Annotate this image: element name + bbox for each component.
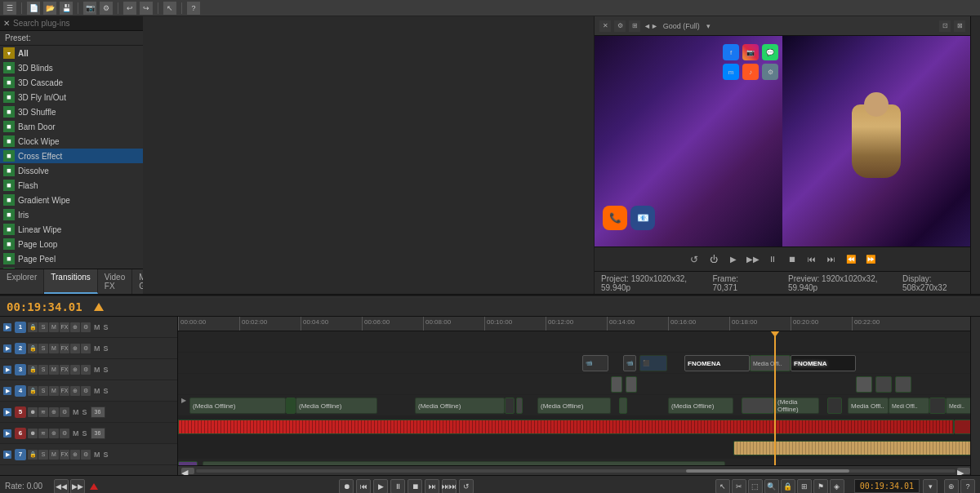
track-expand-1[interactable]: ▶ <box>3 323 11 331</box>
power-icon[interactable]: ⏻ <box>707 253 720 266</box>
plugin-item-clock-wipe[interactable]: ◼ Clock Wipe <box>0 134 143 149</box>
track-mute-1[interactable]: M <box>49 322 59 332</box>
clip-t2-3[interactable]: ⬛ <box>639 355 667 371</box>
clip-t4-s1[interactable] <box>827 398 842 414</box>
clip-t2-2[interactable]: 📹 <box>623 355 636 371</box>
save-icon[interactable]: 💾 <box>60 2 73 15</box>
snap-tool[interactable]: ⊞ <box>797 479 812 494</box>
marker-tool[interactable]: ◈ <box>830 479 844 494</box>
lock-tool[interactable]: 🔒 <box>781 479 795 494</box>
clip-t6-audio[interactable] <box>733 441 970 455</box>
track-lock-7[interactable]: 🔒 <box>28 450 38 460</box>
scroll-left-btn[interactable]: ◀ <box>181 468 194 474</box>
track-vol-6[interactable]: ≋ <box>38 429 48 438</box>
pause-icon[interactable]: ⏸ <box>766 253 779 266</box>
prev-frame-icon[interactable]: ⏮ <box>805 253 818 266</box>
track-lane-6[interactable] <box>178 437 970 459</box>
capture-icon[interactable]: 📷 <box>83 2 96 15</box>
clip-t4-8[interactable]: Medi Offl.. <box>889 398 929 414</box>
split-view-icon[interactable]: ⊞ <box>629 20 640 32</box>
skip-back-icon[interactable]: ⏪ <box>844 253 858 266</box>
track-composite-1[interactable]: ⊕ <box>70 322 80 332</box>
track-composite-3[interactable]: ⊕ <box>70 365 80 375</box>
track-fx-3[interactable]: FX <box>60 365 69 375</box>
transport-record[interactable]: ⏺ <box>339 479 354 494</box>
transport-play[interactable]: ▶ <box>373 479 388 494</box>
plugin-item-gradient-wipe[interactable]: ◼ Gradient Wipe <box>0 193 143 207</box>
clip-t2-nama2[interactable]: FNOMENA <box>791 355 856 371</box>
track-lane-7[interactable]: (Media Offline) <box>178 459 970 465</box>
plugin-item-dissolve[interactable]: ◼ Dissolve <box>0 163 143 178</box>
scroll-right-btn[interactable]: ▶▶ <box>70 479 85 494</box>
track-expand-2[interactable]: ▶ <box>3 344 11 353</box>
scroll-right-btn[interactable]: ▶ <box>957 468 970 474</box>
plugin-item-cross-effect[interactable]: ◼ Cross Effect <box>0 149 143 163</box>
clip-t4-5[interactable]: (Media Offline) <box>668 398 733 414</box>
clip-t7-media[interactable]: (Media Offline) <box>203 461 725 465</box>
edit-tool[interactable]: ✂ <box>732 479 746 494</box>
plugin-item-page-peel[interactable]: ◼ Page Peel <box>0 251 143 266</box>
timeline-scrollbar[interactable]: ◀ ▶ <box>178 465 970 475</box>
plugin-item-3d-cascade[interactable]: ◼ 3D Cascade <box>0 75 143 90</box>
transport-next[interactable]: ⏭ <box>425 479 439 494</box>
track-solo-1[interactable]: S <box>38 322 48 332</box>
preview-dock-icon[interactable]: ⊡ <box>939 20 951 32</box>
clip-t4-mid1[interactable] <box>742 398 774 414</box>
track-expand-3[interactable]: ▶ <box>3 366 11 374</box>
tab-video-fx[interactable]: Video FX <box>98 269 132 294</box>
track-solo-2[interactable]: S <box>38 344 48 353</box>
clip-t5-audio-end[interactable] <box>954 420 970 434</box>
plugin-item-linear-wipe[interactable]: ◼ Linear Wipe <box>0 222 143 237</box>
clip-t5-audio[interactable] <box>178 420 954 434</box>
preview-fullscreen-icon[interactable]: ⊠ <box>954 20 965 32</box>
clip-t4-1[interactable]: (Media Offline) <box>189 398 286 414</box>
close-preview-icon[interactable]: ✕ <box>599 20 611 32</box>
close-icon[interactable]: ✕ <box>3 19 10 28</box>
track-lane-3[interactable] <box>178 374 970 395</box>
skip-fwd-icon[interactable]: ⏩ <box>864 253 877 266</box>
track-record-6[interactable]: ⏺ <box>28 429 38 438</box>
track-lock-3[interactable]: 🔒 <box>28 365 38 375</box>
plugin-item-3d-shuffle[interactable]: ◼ 3D Shuffle <box>0 104 143 119</box>
track-settings-3[interactable]: ⚙ <box>81 365 91 375</box>
clip-t4-small2[interactable] <box>516 398 523 414</box>
plugin-item-3d-fly[interactable]: ◼ 3D Fly In/Out <box>0 90 143 104</box>
track-lane-1[interactable] <box>178 331 970 353</box>
tab-transitions[interactable]: Transitions <box>44 269 98 294</box>
redo-icon[interactable]: ↪ <box>140 2 153 15</box>
clip-t3-5[interactable] <box>895 376 911 393</box>
transport-pause[interactable]: ⏸ <box>390 479 405 494</box>
clip-t2-media1[interactable]: Media Offl.. <box>750 355 791 371</box>
flag-tool[interactable]: ⚑ <box>813 479 828 494</box>
search-input[interactable] <box>13 19 140 28</box>
track-composite-2[interactable]: ⊕ <box>70 344 80 353</box>
track-vol-5[interactable]: ≋ <box>38 407 48 417</box>
track-lane-5[interactable] <box>178 416 970 437</box>
track-expand-4[interactable]: ▶ <box>3 387 11 395</box>
track-solo-4[interactable]: S <box>38 386 48 396</box>
track-mute-7[interactable]: M <box>49 450 59 460</box>
extra-btn-2[interactable]: ? <box>960 479 975 494</box>
clip-t4-small3[interactable] <box>619 398 627 414</box>
track-mute-2[interactable]: M <box>49 344 59 353</box>
track-composite-5[interactable]: ⊕ <box>49 407 59 417</box>
track-solo-3[interactable]: S <box>38 365 48 375</box>
track-lock-1[interactable]: 🔒 <box>28 322 38 332</box>
clip-t7-1[interactable] <box>178 461 198 465</box>
clip-t4-7[interactable]: Media Offl.. <box>848 398 889 414</box>
stop-icon[interactable]: ⏹ <box>786 253 799 266</box>
transport-prev[interactable]: ⏮ <box>356 479 371 494</box>
transport-stop[interactable]: ⏹ <box>408 479 422 494</box>
track-record-5[interactable]: ⏺ <box>28 407 38 417</box>
help-icon[interactable]: ? <box>187 2 200 15</box>
plugin-item-barn-door[interactable]: ◼ Barn Door <box>0 119 143 134</box>
clip-t4-4[interactable]: (Media Offline) <box>537 398 611 414</box>
track-solo-7[interactable]: S <box>38 450 48 460</box>
track-settings-7[interactable]: ⚙ <box>81 450 91 460</box>
clip-t3-4[interactable] <box>875 376 892 393</box>
track-expand-5[interactable]: ▶ <box>3 408 11 416</box>
track-fx-1[interactable]: FX <box>60 322 69 332</box>
clip-t2-nama1[interactable]: FNOMENA <box>684 355 750 371</box>
plugin-item-3d-blinds[interactable]: ◼ 3D Blinds <box>0 60 143 75</box>
clip-t2-1[interactable]: 📹 <box>582 355 608 371</box>
